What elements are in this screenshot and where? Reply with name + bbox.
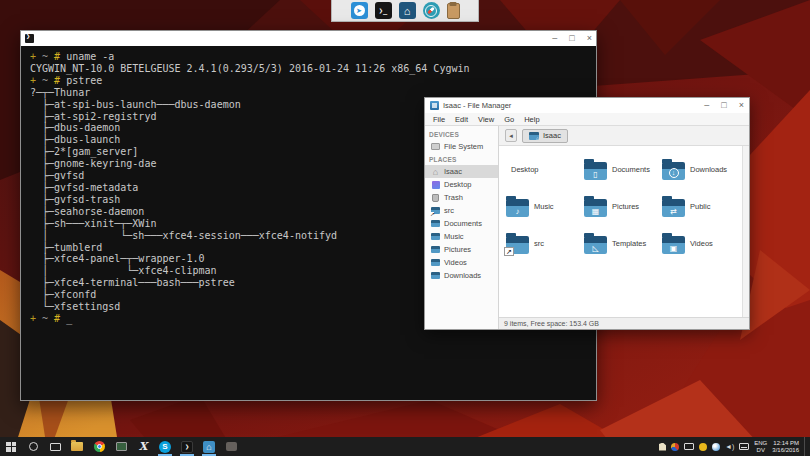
trash-icon <box>431 194 440 202</box>
file-explorer-button[interactable] <box>66 437 88 456</box>
media-app-icon <box>116 442 127 451</box>
devices-header: DEVICES <box>425 128 498 140</box>
drive-icon <box>431 143 440 151</box>
time: 12:14 PM <box>773 440 799 446</box>
volume-tray-icon[interactable]: ◄) <box>725 443 734 451</box>
file-manager-launcher-icon[interactable]: ⌂ <box>399 2 416 19</box>
language-indicator[interactable]: ENGDV <box>754 440 767 453</box>
menu-edit[interactable]: Edit <box>450 115 473 124</box>
media-app-button[interactable] <box>110 437 132 456</box>
taskbar: X S ❯ ⌂ ◄) ENGDV 12:14 PM3/16/2016 <box>0 437 810 456</box>
menu-file[interactable]: File <box>428 115 450 124</box>
home-folder-icon: ⌂ <box>203 441 215 453</box>
close-button[interactable]: × <box>587 31 592 46</box>
folder-icon <box>431 259 440 267</box>
terminal-icon: ❯ <box>181 441 193 453</box>
sidebar-item-pictures[interactable]: Pictures <box>425 243 498 256</box>
touch-keyboard-tray-icon[interactable] <box>739 443 749 450</box>
status-bar: 9 items, Free space: 153.4 GB <box>499 317 749 329</box>
sidebar-item-isaac[interactable]: ⌂Isaac <box>425 165 498 178</box>
xserver-icon: X <box>139 441 148 452</box>
file-view[interactable]: Desktop ▯Documents ↓Downloads ♪Music ▦Pi… <box>499 146 749 317</box>
date: 3/16/2016 <box>772 447 799 453</box>
gray-app-button[interactable] <box>220 437 242 456</box>
file-item-src[interactable]: ↗src <box>504 225 582 262</box>
sidebar-item-documents[interactable]: Documents <box>425 217 498 230</box>
file-manager-titlebar[interactable]: Isaac - File Manager – □ × <box>425 98 749 113</box>
show-desktop-button[interactable] <box>804 437 807 456</box>
sidebar-item-src[interactable]: src <box>425 204 498 217</box>
task-view-button[interactable] <box>44 437 66 456</box>
browser-launcher-icon[interactable] <box>423 2 440 19</box>
file-item-downloads[interactable]: ↓Downloads <box>660 151 738 188</box>
terminal-launcher-icon[interactable]: ❯_ <box>375 2 392 19</box>
shortcut-emblem-icon: ↗ <box>504 247 514 256</box>
menu-go[interactable]: Go <box>499 115 519 124</box>
toolbar: ◂ Isaac <box>499 126 749 146</box>
file-item-documents[interactable]: ▯Documents <box>582 151 660 188</box>
back-button[interactable]: ◂ <box>505 129 517 142</box>
notes-tray-icon[interactable] <box>659 443 666 451</box>
chrome-button[interactable] <box>88 437 110 456</box>
close-button[interactable]: × <box>739 98 744 113</box>
chrome-icon <box>94 441 105 452</box>
folder-icon <box>431 272 440 280</box>
file-item-pictures[interactable]: ▦Pictures <box>582 188 660 225</box>
sidebar-item-desktop[interactable]: Desktop <box>425 178 498 191</box>
file-item-videos[interactable]: ▣Videos <box>660 225 738 262</box>
scrollbar[interactable] <box>742 146 749 317</box>
file-manager-window-controls: – □ × <box>704 98 744 113</box>
sidebar-item-file-system[interactable]: File System <box>425 140 498 153</box>
home-icon: ⌂ <box>431 168 440 176</box>
file-item-public[interactable]: ⇄Public <box>660 188 738 225</box>
terminal-app-icon <box>25 34 34 43</box>
places-header: PLACES <box>425 153 498 165</box>
file-item-music[interactable]: ♪Music <box>504 188 582 225</box>
pictures-folder-icon: ▦ <box>584 199 607 217</box>
sidebar-item-music[interactable]: Music <box>425 230 498 243</box>
file-item-templates[interactable]: ◺Templates <box>582 225 660 262</box>
network-tray-icon[interactable] <box>712 443 720 451</box>
documents-folder-icon: ▯ <box>584 162 607 180</box>
minimize-button[interactable]: – <box>704 98 709 113</box>
folder-shortcut-icon <box>431 207 440 215</box>
terminal-titlebar[interactable]: – □ × <box>21 31 596 46</box>
sidebar-item-downloads[interactable]: Downloads <box>425 269 498 282</box>
desktop-icon <box>431 181 440 189</box>
status-tray-icon[interactable] <box>699 443 707 451</box>
skype-button[interactable]: S <box>154 437 176 456</box>
menu-view[interactable]: View <box>473 115 499 124</box>
music-folder-icon: ♪ <box>506 199 529 217</box>
sidebar-item-videos[interactable]: Videos <box>425 256 498 269</box>
uname-output: CYGWIN_NT-10.0 BETELGEUSE 2.4.1(0.293/5/… <box>30 63 596 75</box>
clock[interactable]: 12:14 PM3/16/2016 <box>772 440 799 453</box>
clipboard-launcher-icon[interactable] <box>447 3 460 19</box>
command-pstree: pstree <box>66 75 102 86</box>
window-title: Isaac - File Manager <box>443 101 511 110</box>
home-glyph: ⌂ <box>404 5 411 17</box>
start-button[interactable] <box>0 437 22 456</box>
minimize-button[interactable]: – <box>552 31 557 46</box>
command-uname: uname -a <box>66 51 114 62</box>
sync-tray-icon[interactable] <box>671 443 679 451</box>
menu-help[interactable]: Help <box>519 115 544 124</box>
skype-icon: S <box>159 441 171 453</box>
gray-app-icon <box>226 442 237 451</box>
cortana-icon <box>29 442 38 451</box>
cygwin-terminal-button[interactable]: ❯ <box>176 437 198 456</box>
file-manager-button[interactable]: ⌂ <box>198 437 220 456</box>
maximize-button[interactable]: □ <box>569 31 574 46</box>
sidebar-item-trash[interactable]: Trash <box>425 191 498 204</box>
folder-icon <box>431 246 440 254</box>
xserver-button[interactable]: X <box>132 437 154 456</box>
sidebar: DEVICES File System PLACES ⌂Isaac Deskto… <box>425 126 499 329</box>
path-button[interactable]: Isaac <box>522 129 568 143</box>
display-tray-icon[interactable] <box>684 443 694 450</box>
launcher-icon[interactable]: ➤ <box>351 2 368 19</box>
file-item-desktop[interactable]: Desktop <box>504 151 582 188</box>
cortana-button[interactable] <box>22 437 44 456</box>
system-tray: ◄) ENGDV 12:14 PM3/16/2016 <box>659 437 810 456</box>
task-view-icon <box>50 443 61 451</box>
desktop: ➤ ❯_ ⌂ – □ × + ~ # uname -a CYGWIN_NT-10… <box>0 0 810 456</box>
maximize-button[interactable]: □ <box>721 98 726 113</box>
